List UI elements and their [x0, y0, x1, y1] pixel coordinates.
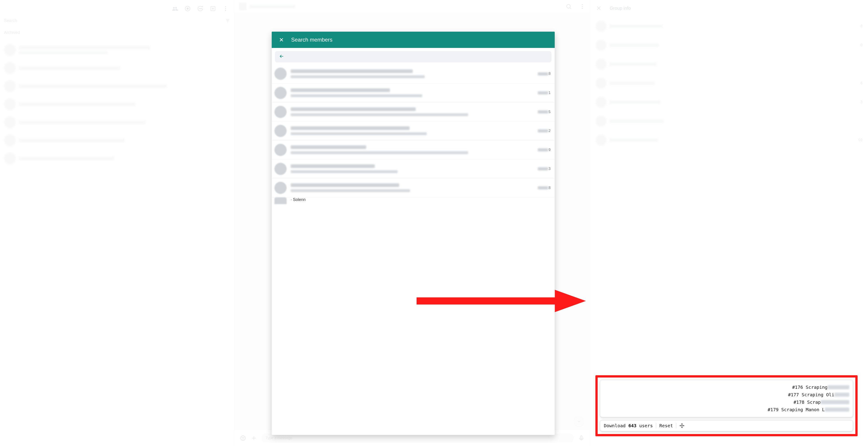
svg-point-1 [175, 7, 177, 9]
member-row[interactable]: 8 [272, 64, 555, 83]
menu-icon[interactable] [579, 3, 585, 10]
attach-icon[interactable] [251, 435, 257, 441]
svg-point-13 [582, 6, 583, 7]
chat-item[interactable] [4, 131, 230, 150]
group-member-row[interactable]: 0 [596, 36, 863, 55]
status-icon[interactable] [184, 5, 191, 12]
menu-icon[interactable] [222, 5, 229, 12]
message-placeholder: Type a message [266, 436, 292, 440]
chat-item[interactable] [4, 95, 230, 113]
chat-item[interactable] [4, 41, 230, 59]
member-row[interactable]: 5 [272, 102, 555, 121]
avatar [274, 106, 287, 118]
scraper-widget-highlight: #176 Scraping #177 Scraping Oli#178 Scra… [595, 375, 858, 436]
avatar [274, 182, 287, 194]
new-post-icon[interactable] [210, 5, 216, 12]
chat-item[interactable] [4, 77, 230, 95]
scraper-log-line: #177 Scraping Oli [604, 391, 849, 399]
scraper-log-line: #176 Scraping [604, 384, 849, 391]
svg-point-15 [241, 436, 245, 440]
panel-title: Search members [291, 37, 333, 43]
chat-list-pane: Search Archived [0, 0, 235, 446]
new-chat-icon[interactable] [197, 5, 204, 12]
member-row[interactable]: · Solenn [272, 197, 555, 206]
search-icon[interactable] [565, 3, 572, 10]
avatar [274, 144, 287, 156]
avatar [274, 125, 287, 137]
reset-button[interactable]: Reset [659, 423, 673, 428]
filter-icon[interactable] [225, 18, 230, 23]
chat-item[interactable] [4, 113, 230, 131]
scraper-log-line: #179 Scraping Manon L [604, 406, 849, 413]
member-row[interactable]: 2 [272, 121, 555, 140]
scraper-toolbar: Download 643 users Reset [600, 420, 853, 431]
group-member-row[interactable] [596, 112, 863, 131]
member-search-input[interactable] [288, 51, 548, 62]
group-member-row[interactable]: 59 [596, 131, 863, 150]
svg-point-5 [200, 8, 201, 9]
svg-point-12 [582, 4, 583, 5]
group-member-row[interactable]: 6 [596, 74, 863, 93]
mic-icon[interactable] [578, 435, 585, 441]
back-icon[interactable] [279, 54, 284, 60]
chat-item[interactable] [4, 150, 230, 167]
svg-point-4 [199, 8, 199, 9]
move-icon[interactable] [680, 423, 684, 428]
svg-point-6 [201, 8, 202, 9]
svg-point-3 [187, 8, 188, 9]
group-member-row[interactable]: 8 [596, 17, 863, 36]
download-button[interactable]: Download 643 users [604, 423, 653, 428]
member-name-fragment: · Solenn [291, 197, 306, 202]
member-row[interactable]: 8 [272, 178, 555, 197]
svg-point-11 [567, 4, 570, 8]
search-members-panel: Search members 8152938· Solenn [272, 32, 555, 435]
close-icon[interactable] [278, 36, 285, 43]
svg-point-14 [582, 8, 583, 9]
scraper-log-card: #176 Scraping #177 Scraping Oli#178 Scra… [600, 380, 853, 417]
member-row[interactable]: 3 [272, 159, 555, 178]
svg-point-0 [173, 7, 175, 9]
avatar [274, 163, 287, 175]
member-list: 8152938· Solenn [272, 64, 555, 435]
member-row[interactable]: 9 [272, 140, 555, 159]
member-row[interactable]: 1 [272, 83, 555, 102]
archived-label[interactable]: Archived [4, 26, 230, 41]
svg-point-9 [225, 8, 226, 9]
avatar [274, 68, 287, 80]
communities-icon[interactable] [172, 5, 178, 12]
group-member-row[interactable]: 3 [596, 93, 863, 112]
scraper-log-line: #178 Scrap [604, 399, 849, 406]
svg-rect-18 [581, 436, 582, 439]
svg-point-8 [225, 6, 226, 7]
close-icon[interactable] [596, 5, 602, 11]
svg-point-17 [243, 437, 244, 438]
group-info-title: Group info [610, 6, 631, 11]
group-member-row[interactable] [596, 55, 863, 74]
scroll-to-bottom-button[interactable] [574, 416, 584, 426]
search-placeholder[interactable]: Search [4, 18, 17, 23]
emoji-icon[interactable] [240, 435, 246, 441]
svg-point-16 [242, 437, 242, 438]
svg-point-10 [225, 10, 226, 11]
chat-item[interactable] [4, 59, 230, 77]
avatar [274, 87, 287, 99]
